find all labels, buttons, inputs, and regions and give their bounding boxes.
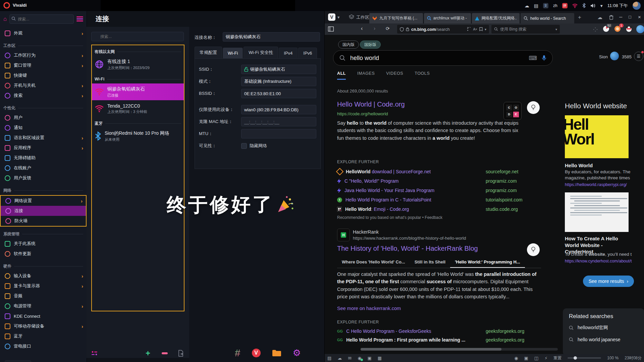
result-url[interactable]: https://code.org/helloworld [337,111,388,116]
extension-icon-2[interactable]: 1 [614,25,621,32]
vivaldi-menu-button[interactable]: V [328,13,335,21]
sidebar-item-shortcuts[interactable]: 快捷键 [0,70,87,80]
region-cn-button[interactable]: 国内版 [338,41,359,49]
tab-all[interactable]: ALL [337,71,346,80]
page-actions-icon[interactable]: ⚡ [544,356,547,360]
reload-button[interactable]: ⟳ [386,26,390,31]
tab-archlinux-search[interactable]: archlinux wifi驱动 - ... [424,13,471,23]
terminal-tray-icon[interactable]: ▤ [534,3,538,8]
see-more-results-button[interactable]: See more results › [583,276,634,287]
explore-link-codeorg[interactable]: Hello World: Emoji - Code.org studio.cod… [337,205,409,213]
sidebar-item-startup-shutdown[interactable]: 开机与关机› [0,80,87,90]
snippet-tab-3[interactable]: 'Hello World:' Programming H... [450,257,525,268]
lightbulb-icon[interactable] [527,101,540,114]
zoom-slider[interactable] [568,357,601,359]
translate-icon[interactable]: A× [473,27,477,31]
synced-tabs-cloud-icon[interactable]: ☁ [597,14,602,20]
bing-user-name[interactable]: Sion [599,54,608,59]
rss-icon[interactable] [467,27,471,31]
sidebar-item-feedback[interactable]: 用户反馈 [0,173,87,183]
extensions-overflow-icon[interactable] [593,27,598,32]
mtu-input[interactable] [241,129,316,138]
user-avatar[interactable] [633,2,641,10]
hidden-network-checkbox[interactable] [241,143,247,149]
forward-button[interactable]: › [374,25,375,32]
trash-closed-tabs-icon[interactable] [609,15,613,20]
remove-connection-button[interactable] [162,352,168,354]
image-panel-icon[interactable]: ▣ [368,356,372,360]
sidebar-item-kde-connect[interactable]: KDE Connect [0,311,87,321]
tab-general[interactable]: 常规配置 [195,47,222,58]
search-engine-dropdown-icon[interactable]: ▾ [555,27,557,31]
sidebar-item-language-region[interactable]: 语言和区域设置› [0,133,87,143]
toggle-images-icon[interactable]: ▣ [524,356,528,360]
region-intl-button[interactable]: 国际版 [360,41,381,49]
tab-wifi-security[interactable]: Wi-Fi 安全性 [244,47,278,58]
shield-icon[interactable] [400,27,404,32]
calendar-panel-icon[interactable]: ▦ [378,356,382,360]
tab-wifi[interactable]: Wi-Fi [223,48,243,58]
panel-toggle-icon[interactable]: ▤ [327,356,331,360]
system-clock[interactable]: 11:08 下午 [607,3,628,9]
bing-search-box[interactable]: hello world ⌨ [333,50,553,66]
connection-name-input[interactable] [223,32,320,42]
see-more-hackerrank-link[interactable]: See more on hackerrank.com [337,306,401,311]
export-icon[interactable] [178,350,184,357]
explore-link-sourceforge[interactable]: HelloWorld download | SourceForge.net so… [337,168,431,176]
keyboard-icon[interactable]: ⌨ [529,55,537,62]
url-dropdown-icon[interactable]: ▾ [485,27,486,31]
sidebar-item-applications[interactable]: 应用程序› [0,143,87,153]
ssid-input[interactable]: 铜掺杂氧铅磷灰石 [241,65,316,74]
input-method-tray-icon[interactable]: 拼 [562,3,568,8]
minimize-button[interactable]: ─ [619,14,622,19]
profile-avatar[interactable] [636,25,644,33]
code-screenshot-image[interactable] [565,192,629,232]
close-button[interactable]: × [638,14,641,20]
maximize-button[interactable]: □ [629,14,631,19]
restrict-device-input[interactable]: wlan0 (80:2B:F9:B4:BD:DB) [241,105,316,114]
codeorg-logo-tile[interactable]: CODE [503,102,522,120]
configure-icon[interactable] [91,351,99,356]
scrollbar-thumb[interactable] [361,348,501,351]
sidebar-result-1-link[interactable]: https://helloworld.raspberrypi.org/ [565,182,627,187]
bssid-input[interactable]: 0E:E2:53:80:E1:00 [241,89,316,98]
microphone-icon[interactable] [542,55,546,61]
tiling-icon[interactable]: ◫ [534,356,538,360]
sidebar-item-window-management[interactable]: 窗口管理› [0,60,87,70]
extension-icon-1[interactable]: 52 [603,25,609,32]
explore-link-gfg-1[interactable]: GG C Hello World Program - GeeksforGeeks… [337,327,431,335]
explore-link-programiz-java[interactable]: Java Hello World - Your First Java Progr… [337,186,434,194]
panda-extension-icon[interactable] [626,25,632,32]
back-button[interactable]: ‹ [361,25,363,32]
horizontal-scrollbar[interactable] [361,348,558,351]
sidebar-item-accessibility[interactable]: 无障碍辅助 [0,153,87,163]
sidebar-item-search[interactable]: 搜索› [0,90,87,101]
cloud-tray-icon[interactable]: ☁ [525,3,529,8]
explore-link-tutorialspoint[interactable]: t Hello World Program in C - TutorialsPo… [337,196,431,204]
sidebar-item-display-monitor[interactable]: 显卡与显示器› [0,281,87,291]
hash-app-icon[interactable]: # [235,347,240,359]
new-tab-button[interactable]: + [578,14,581,21]
helloworld-magazine-image[interactable]: Hell Worl [565,115,629,158]
sidebar-result-1-title[interactable]: Hello World [565,162,593,169]
vivaldi-taskbar-icon[interactable]: V [252,349,261,357]
explore-link-programiz-c[interactable]: C "Hello, World!" Program programiz.com [337,177,398,185]
snippet-tab-1[interactable]: Where Does 'Hello World' Co... [337,257,410,268]
reset-button[interactable]: ⟲ 重置(R) [5,360,31,362]
sidebar-item-removable-storage[interactable]: 可移动存储设备› [0,321,87,331]
folder-icon[interactable] [272,349,281,357]
mode-select[interactable]: 基础设施 (Infrastructure) [241,77,316,86]
explore-link-gfg-2[interactable]: GG Hello World Program : First program w… [337,336,465,344]
result-title-link[interactable]: Hello World | Code.org [337,101,405,108]
sidebar-item-notifications[interactable]: 通知 [0,123,87,133]
sidebar-item-about-system[interactable]: 关于此系统 [0,239,87,249]
hackerrank-title-link[interactable]: The History of 'Hello, World' - HackerRa… [337,245,478,252]
connection-item-wifi-selected[interactable]: 铜掺杂氧铅磷灰石已连接 [92,83,184,100]
dictionary-tray-icon[interactable]: 文 [543,3,548,8]
sidebar-item-network-settings[interactable]: 网络设置› [1,196,86,206]
add-connection-button[interactable]: + [146,349,150,357]
lightbulb-icon[interactable] [527,243,540,256]
menu-dropdown-icon[interactable]: ▾ [337,15,340,20]
settings-taskbar-icon[interactable]: ⚙ [293,349,301,358]
cloud-panel-icon[interactable]: ☁ [337,356,342,360]
